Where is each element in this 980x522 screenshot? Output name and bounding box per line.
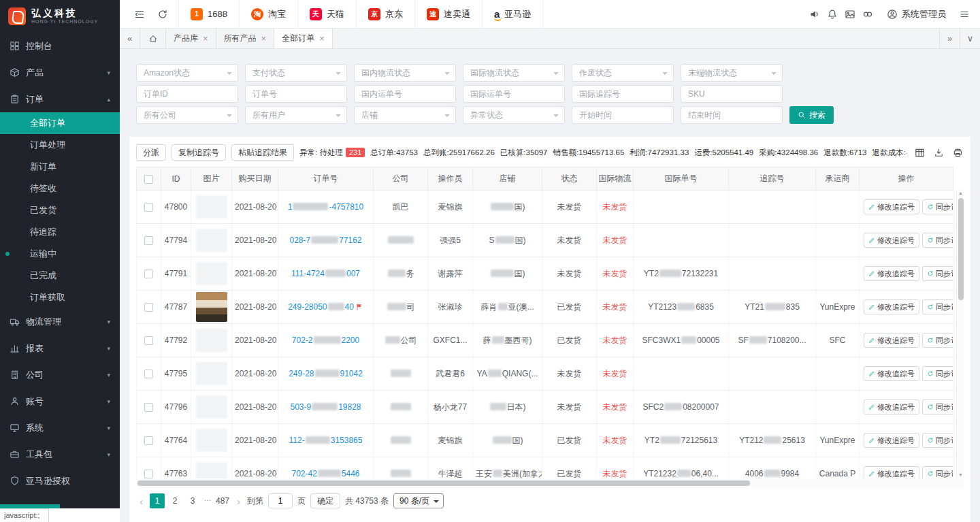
sync-order-button[interactable]: 同步订单 bbox=[922, 333, 953, 348]
select-all-checkbox[interactable] bbox=[144, 175, 153, 184]
sidebar-item-console[interactable]: 控制台 bbox=[0, 33, 120, 59]
dispatch-button[interactable]: 分派 bbox=[136, 144, 166, 161]
close-icon[interactable]: × bbox=[261, 34, 267, 43]
sidebar-subitem-order-fetch[interactable]: 订单获取 bbox=[0, 287, 120, 308]
bell-icon[interactable] bbox=[823, 0, 841, 29]
image-icon[interactable] bbox=[841, 0, 859, 29]
scroll-up-icon[interactable]: ▲ bbox=[957, 190, 964, 197]
edit-tracking-button[interactable]: 修改追踪号 bbox=[864, 399, 919, 414]
search-button[interactable]: 搜索 bbox=[789, 106, 834, 124]
edit-tracking-button[interactable]: 修改追踪号 bbox=[864, 433, 919, 448]
close-icon[interactable]: × bbox=[203, 34, 208, 43]
sidebar-item-product[interactable]: 产品▾ bbox=[0, 59, 120, 86]
sync-order-button[interactable]: 同步订单 bbox=[922, 466, 953, 478]
print-icon[interactable] bbox=[951, 146, 964, 159]
sync-order-button[interactable]: 同步订单 bbox=[922, 299, 953, 314]
goto-page-input[interactable] bbox=[268, 493, 293, 508]
platform-tab-1688[interactable]: 11688 bbox=[178, 0, 239, 29]
tabs-scroll-left-icon[interactable]: « bbox=[120, 29, 140, 48]
order-link[interactable]: 112-3153865 bbox=[289, 436, 363, 445]
row-checkbox[interactable] bbox=[144, 336, 153, 345]
row-checkbox[interactable] bbox=[144, 436, 153, 445]
collapse-sidebar-icon[interactable] bbox=[128, 0, 151, 29]
order-link[interactable]: 111-4724007 bbox=[291, 269, 360, 278]
filter-input-4[interactable] bbox=[463, 85, 565, 103]
order-link[interactable]: 702-425446 bbox=[291, 469, 359, 478]
paste-tracking-result-button[interactable]: 粘贴追踪结果 bbox=[231, 144, 294, 161]
tab-all-products[interactable]: 所有产品× bbox=[216, 29, 275, 48]
tabs-menu-icon[interactable]: ∨ bbox=[960, 29, 980, 48]
home-tab[interactable] bbox=[140, 29, 166, 48]
edit-tracking-button[interactable]: 修改追踪号 bbox=[864, 466, 919, 478]
sync-order-button[interactable]: 同步订单 bbox=[922, 233, 953, 248]
filter-input-3[interactable] bbox=[354, 85, 456, 103]
sync-order-button[interactable]: 同步订单 bbox=[922, 266, 953, 281]
platform-tab-aliexpress[interactable]: 速速卖通 bbox=[414, 0, 482, 29]
copy-tracking-button[interactable]: 复制追踪号 bbox=[172, 144, 226, 161]
filter-select-2[interactable]: 支付状态 bbox=[245, 64, 347, 82]
sync-order-button[interactable]: 同步订单 bbox=[922, 433, 953, 448]
edit-tracking-button[interactable]: 修改追踪号 bbox=[864, 299, 919, 314]
sidebar-subitem-shipped[interactable]: 已发货 bbox=[0, 199, 120, 221]
edit-tracking-button[interactable]: 修改追踪号 bbox=[864, 266, 919, 281]
order-link[interactable]: 249-2891042 bbox=[289, 369, 363, 378]
sidebar-item-system[interactable]: 系统▾ bbox=[0, 414, 120, 441]
filter-input-2[interactable] bbox=[245, 85, 347, 103]
column-config-icon[interactable] bbox=[913, 146, 926, 159]
row-checkbox[interactable] bbox=[144, 403, 153, 412]
filter-select-b4[interactable]: 异常状态 bbox=[463, 106, 565, 124]
platform-tab-tmall[interactable]: 天天猫 bbox=[297, 0, 356, 29]
row-checkbox[interactable] bbox=[144, 370, 153, 378]
more-icon[interactable] bbox=[956, 0, 973, 29]
filter-select-4[interactable]: 国际物流状态 bbox=[463, 64, 565, 82]
sidebar-item-logistics[interactable]: 物流管理▾ bbox=[0, 308, 120, 335]
row-checkbox[interactable] bbox=[144, 203, 153, 212]
sync-order-button[interactable]: 同步订单 bbox=[922, 399, 953, 414]
tab-all-orders[interactable]: 全部订单× bbox=[274, 29, 333, 48]
date-input-1[interactable] bbox=[572, 106, 674, 124]
sidebar-subitem-order-processing[interactable]: 订单处理 bbox=[0, 134, 120, 156]
speaker-icon[interactable] bbox=[806, 0, 823, 29]
tab-product-library[interactable]: 产品库× bbox=[166, 29, 216, 48]
page-button-1[interactable]: 1 bbox=[150, 493, 165, 508]
sidebar-subitem-pending-tracking[interactable]: 待追踪 bbox=[0, 221, 120, 243]
refresh-icon[interactable] bbox=[151, 0, 174, 29]
user-menu[interactable]: 系统管理员 bbox=[886, 8, 946, 20]
order-link[interactable]: 503-919828 bbox=[290, 402, 361, 412]
edit-tracking-button[interactable]: 修改追踪号 bbox=[864, 366, 919, 381]
sidebar-subitem-in-transit[interactable]: 运输中 bbox=[0, 243, 120, 265]
horizontal-scrollbar[interactable] bbox=[136, 479, 964, 487]
sync-order-button[interactable]: 同步订单 bbox=[922, 366, 953, 381]
export-icon[interactable] bbox=[932, 146, 945, 159]
page-button-487[interactable]: 487 bbox=[215, 493, 230, 508]
vertical-scrollbar-thumb[interactable] bbox=[958, 198, 964, 300]
filter-select-b3[interactable]: 店铺 bbox=[354, 106, 456, 124]
link-icon[interactable] bbox=[859, 0, 877, 29]
sidebar-item-orders[interactable]: 订单▴ bbox=[0, 86, 120, 112]
row-checkbox[interactable] bbox=[144, 270, 153, 278]
platform-tab-jd[interactable]: 京京东 bbox=[356, 0, 414, 29]
sidebar-item-accounts[interactable]: 账号▾ bbox=[0, 388, 120, 414]
scroll-down-icon[interactable]: ▼ bbox=[957, 472, 964, 478]
sidebar-item-company[interactable]: 公司▾ bbox=[0, 361, 120, 388]
order-link[interactable]: 1-4757810 bbox=[288, 202, 363, 212]
filter-select-b1[interactable]: 所有公司 bbox=[136, 106, 238, 124]
filter-select-b2[interactable]: 所有用户 bbox=[245, 106, 347, 124]
sidebar-subitem-completed[interactable]: 已完成 bbox=[0, 265, 120, 287]
row-checkbox[interactable] bbox=[144, 236, 153, 245]
filter-input-1[interactable] bbox=[136, 85, 238, 103]
page-size-select[interactable]: 90 条/页 bbox=[393, 493, 444, 508]
sidebar-item-amazon-auth[interactable]: 亚马逊授权 bbox=[0, 468, 120, 494]
sidebar-subitem-pending-receipt[interactable]: 待签收 bbox=[0, 178, 120, 199]
filter-input-5[interactable] bbox=[572, 85, 674, 103]
order-link[interactable]: 249-2805040 bbox=[288, 302, 354, 312]
order-link[interactable]: 702-22200 bbox=[292, 336, 359, 345]
next-page-icon[interactable]: › bbox=[235, 495, 242, 507]
page-button-2[interactable]: 2 bbox=[167, 493, 182, 508]
exception-count-badge[interactable]: 231 bbox=[346, 148, 365, 157]
platform-tab-amazon[interactable]: a亚马逊 bbox=[482, 0, 543, 29]
edit-tracking-button[interactable]: 修改追踪号 bbox=[864, 199, 919, 214]
filter-select-1[interactable]: Amazon状态 bbox=[136, 64, 238, 82]
sidebar-item-reports[interactable]: 报表▾ bbox=[0, 335, 120, 361]
edit-tracking-button[interactable]: 修改追踪号 bbox=[864, 333, 919, 348]
